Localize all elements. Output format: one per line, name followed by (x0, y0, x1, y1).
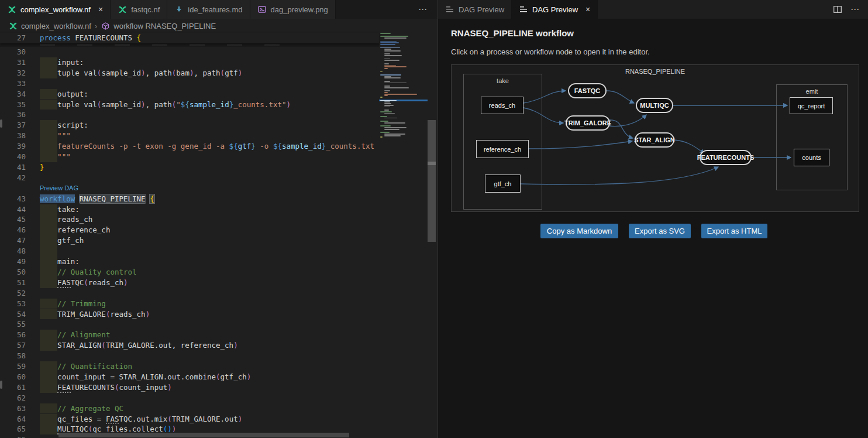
line-number: 41 (0, 162, 26, 173)
minimap-line (380, 132, 390, 133)
code-line[interactable]: 46 reference_ch (0, 225, 379, 235)
code-line[interactable]: 64 qc_files = FASTQC.out.mix(TRIM_GALORE… (0, 414, 379, 425)
dag-node-reference-ch[interactable]: reference_ch (476, 140, 529, 158)
code-line[interactable]: 50 // Quality control (0, 267, 379, 278)
code-line[interactable]: 54 TRIM_GALORE(reads_ch) (0, 309, 379, 320)
code-line[interactable]: 61 FEATURECOUNTS(count_input) (0, 382, 379, 393)
code-editor[interactable]: 3031 input:32 tuple val(sample_id), path… (0, 47, 379, 438)
more-actions-icon[interactable]: ⋯ (850, 4, 860, 15)
minimap-line (384, 107, 390, 108)
code-line[interactable]: 49 main: (0, 256, 379, 267)
code-line[interactable]: 44 take: (0, 204, 379, 215)
tab-ide-features-md[interactable]: ide_features.md (167, 0, 250, 19)
split-editor-icon[interactable] (833, 5, 842, 14)
tab-dag-preview-inactive[interactable]: DAG Preview (438, 0, 512, 19)
code-line[interactable]: 62 (0, 393, 379, 403)
code-line[interactable]: 38 """ (0, 131, 379, 141)
code-line[interactable]: 63 // Aggregate QC (0, 403, 379, 414)
dag-node-trim-galore[interactable]: TRIM_GALORE (566, 115, 610, 131)
dag-node-multiqc[interactable]: MULTIQC (636, 98, 673, 113)
tab-dag-preview-active[interactable]: DAG Preview × (512, 0, 598, 19)
copy-as-markdown-button[interactable]: Copy as Markdown (540, 224, 618, 238)
code-line[interactable]: 59 // Quantification (0, 361, 379, 372)
code-line[interactable]: 37 script: (0, 120, 379, 131)
minimap-line (384, 95, 388, 96)
dag-node-featurecounts[interactable]: FEATURECOUNTS (700, 150, 752, 165)
dag-edge-fastqc-to-multiqc (607, 91, 634, 103)
editor-group: complex_workflow.nf × fastqc.nf ide_feat… (0, 0, 438, 438)
code-line[interactable]: 32 tuple val(sample_id), path(bam), path… (0, 68, 379, 78)
line-number: 40 (0, 152, 26, 162)
dag-node-counts[interactable]: counts (794, 149, 829, 166)
minimap-line (380, 44, 395, 45)
minimap-line (380, 97, 383, 98)
markdown-down-icon (174, 5, 184, 14)
minimap-line (384, 94, 417, 95)
tab-label: complex_workflow.nf (20, 5, 91, 14)
sticky-scroll-line[interactable]: 27process FEATURECOUNTS { (0, 33, 379, 43)
code-line[interactable]: 55 (0, 319, 379, 330)
editor-vertical-scrollbar-thumb[interactable] (428, 120, 436, 242)
breadcrumb-symbol[interactable]: workflow RNASEQ_PIPELINE (113, 22, 216, 30)
minimap-line (384, 118, 397, 119)
minimap-line (380, 125, 391, 126)
line-number: 66 (0, 434, 26, 438)
tab-label: ide_features.md (188, 5, 242, 14)
export-as-html-button[interactable]: Export as HTML (701, 224, 767, 238)
dag-node-qc-report[interactable]: qc_report (790, 97, 833, 114)
code-line[interactable]: 57 STAR_ALIGN(TRIM_GALORE.out, reference… (0, 340, 379, 351)
code-line[interactable]: 35 tuple val(sample_id), path("${sample_… (0, 100, 379, 110)
line-number: 38 (0, 131, 26, 141)
dag-node-reads-ch[interactable]: reads_ch (481, 97, 523, 114)
code-line[interactable]: 36 (0, 110, 379, 120)
minimap-line (384, 105, 394, 106)
editor-horizontal-scrollbar-thumb[interactable] (58, 433, 349, 437)
tab-complex-workflow-nf[interactable]: complex_workflow.nf × (0, 0, 111, 19)
breadcrumb-file[interactable]: complex_workflow.nf (21, 22, 91, 30)
dag-node-fastqc[interactable]: FASTQC (568, 83, 607, 98)
panel-subtext: Click on a process or workflow node to o… (451, 47, 650, 56)
line-number: 39 (0, 141, 26, 152)
minimap-line (384, 85, 390, 87)
tab-label: fastqc.nf (131, 5, 160, 14)
export-as-svg-button[interactable]: Export as SVG (629, 224, 691, 238)
close-icon[interactable]: × (585, 5, 590, 14)
code-line[interactable]: 48 (0, 246, 379, 256)
tab-fastqc-nf[interactable]: fastqc.nf (111, 0, 167, 19)
code-line[interactable]: 43workflow RNASEQ_PIPELINE { (0, 194, 379, 204)
code-line[interactable]: 42 (0, 173, 379, 183)
code-line[interactable]: 30 (0, 47, 379, 57)
minimap-line (384, 66, 407, 67)
tab-dag-preview-png[interactable]: dag_preview.png (250, 0, 336, 19)
code-line[interactable]: 31 input: (0, 57, 379, 68)
code-line[interactable]: 40 """ (0, 152, 379, 162)
minimap-line (384, 55, 402, 56)
minimap-line (380, 121, 388, 122)
line-number: 54 (0, 309, 26, 320)
symbol-cube-icon (101, 21, 110, 30)
code-line[interactable]: 47 gtf_ch (0, 235, 379, 246)
dag-edge-trim_galore-to-star_align (609, 120, 633, 138)
dag-node-star-align[interactable]: STAR_ALIGN (635, 132, 674, 148)
code-line[interactable]: 56 // Alignment (0, 330, 379, 340)
code-line[interactable]: 33 (0, 78, 379, 89)
minimap-line (384, 83, 407, 84)
code-line[interactable]: 51 FASTQC(reads_ch) (0, 278, 379, 288)
code-line[interactable]: 60 count_input = STAR_ALIGN.out.combine(… (0, 372, 379, 382)
code-line[interactable]: 34 output: (0, 89, 379, 100)
line-number: 34 (0, 89, 26, 100)
line-number: 33 (0, 78, 26, 89)
close-icon[interactable]: × (98, 5, 103, 13)
minimap-line (384, 76, 391, 77)
code-line[interactable]: 53 // Trimming (0, 299, 379, 309)
code-line[interactable]: 45 reads_ch (0, 214, 379, 225)
minimap[interactable] (379, 29, 428, 438)
code-line[interactable]: 39 featureCounts -p -t exon -g gene_id -… (0, 141, 379, 152)
minimap-line (380, 71, 383, 73)
code-line[interactable]: 58 (0, 351, 379, 361)
code-line[interactable]: 41} (0, 162, 379, 173)
codelens-preview-dag[interactable]: Preview DAG (40, 183, 78, 194)
more-actions-icon[interactable]: ⋯ (409, 4, 438, 15)
dag-node-gtf-ch[interactable]: gtf_ch (485, 174, 521, 193)
code-line[interactable]: 52 (0, 288, 379, 299)
